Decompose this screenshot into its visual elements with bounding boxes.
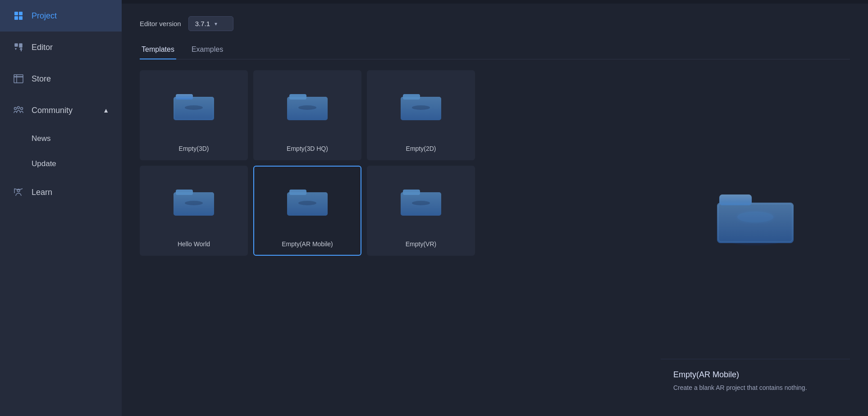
- folder-icon-emptyarmobile: [287, 167, 328, 233]
- template-card-helloworld[interactable]: Hello World: [140, 166, 248, 256]
- template-label-emptyarmobile: Empty(AR Mobile): [282, 240, 333, 248]
- svg-point-40: [298, 201, 316, 205]
- svg-marker-5: [15, 48, 17, 50]
- svg-rect-2: [14, 16, 18, 20]
- community-sub-menu: News Update: [0, 126, 122, 176]
- template-grid: Empty(3D): [140, 70, 661, 256]
- svg-point-20: [185, 105, 203, 110]
- project-icon: [13, 10, 24, 22]
- svg-rect-51: [719, 194, 752, 205]
- tab-templates[interactable]: Templates: [140, 42, 176, 59]
- sidebar-item-store-label: Store: [32, 74, 51, 84]
- svg-point-30: [412, 105, 430, 110]
- template-card-emptyvr[interactable]: Empty(VR): [367, 166, 475, 256]
- svg-rect-19: [176, 94, 193, 99]
- folder-icon-empty3d: [174, 71, 214, 138]
- template-layout: Empty(3D): [140, 70, 850, 403]
- template-label-emptyvr: Empty(VR): [406, 240, 436, 248]
- template-card-emptyarmobile[interactable]: Empty(AR Mobile): [253, 166, 361, 256]
- sidebar-item-news[interactable]: News: [0, 126, 122, 151]
- sidebar-item-community[interactable]: Community ▲: [0, 95, 122, 126]
- store-icon: [13, 73, 24, 85]
- svg-rect-0: [14, 12, 18, 15]
- template-label-empty3d: Empty(3D): [179, 145, 209, 152]
- sidebar-item-project-label: Project: [32, 11, 57, 21]
- learn-icon: [13, 186, 24, 198]
- sidebar-item-store[interactable]: Store: [0, 63, 122, 95]
- svg-rect-7: [14, 77, 23, 83]
- sidebar-item-editor[interactable]: Editor: [0, 32, 122, 63]
- tab-examples[interactable]: Examples: [190, 42, 225, 59]
- svg-rect-39: [289, 190, 306, 195]
- content-area: Editor version 3.7.1 ▾ Templates Example…: [122, 4, 868, 416]
- folder-icon-helloworld: [174, 167, 214, 233]
- top-bar: [122, 0, 868, 4]
- template-label-empty2d: Empty(2D): [406, 145, 436, 152]
- community-chevron-icon: ▲: [103, 107, 109, 114]
- svg-rect-34: [176, 190, 193, 195]
- svg-rect-48: [717, 203, 794, 243]
- template-label-helloworld: Hello World: [178, 240, 210, 248]
- svg-point-11: [18, 107, 20, 109]
- svg-point-45: [412, 201, 430, 205]
- template-card-empty2d[interactable]: Empty(2D): [367, 70, 475, 160]
- template-label-empty3dhq: Empty(3D HQ): [287, 145, 328, 152]
- editor-icon: [13, 41, 24, 53]
- svg-point-10: [14, 108, 17, 110]
- folder-icon-empty3dhq: [287, 71, 328, 138]
- folder-icon-empty2d: [401, 71, 441, 138]
- editor-version-select[interactable]: 3.7.1 ▾: [188, 16, 233, 31]
- community-icon: [13, 104, 24, 116]
- template-grid-area: Empty(3D): [140, 70, 661, 403]
- svg-rect-44: [403, 190, 420, 195]
- template-card-empty3d[interactable]: Empty(3D): [140, 70, 248, 160]
- sidebar-item-community-label: Community: [32, 106, 73, 115]
- svg-point-25: [298, 105, 316, 110]
- svg-point-35: [185, 201, 203, 205]
- preview-icon-area: [661, 70, 850, 359]
- preview-info: Empty(AR Mobile) Create a blank AR proje…: [661, 359, 850, 403]
- main-content: Editor version 3.7.1 ▾ Templates Example…: [122, 0, 868, 416]
- editor-version-value: 3.7.1: [195, 20, 210, 27]
- svg-rect-24: [289, 94, 306, 99]
- sidebar-item-learn[interactable]: Learn: [0, 176, 122, 208]
- svg-rect-3: [19, 16, 23, 20]
- sidebar-item-editor-label: Editor: [32, 43, 53, 52]
- template-card-empty3dhq[interactable]: Empty(3D HQ): [253, 70, 361, 160]
- sidebar-item-learn-label: Learn: [32, 188, 52, 197]
- svg-rect-29: [403, 94, 420, 99]
- version-dropdown-icon: ▾: [215, 21, 217, 27]
- sidebar: Project Editor Store: [0, 0, 122, 416]
- sidebar-item-update[interactable]: Update: [0, 151, 122, 176]
- svg-rect-1: [19, 12, 23, 15]
- preview-title: Empty(AR Mobile): [673, 370, 837, 380]
- preview-description: Create a blank AR project that contains …: [673, 383, 837, 393]
- folder-icon-emptyvr: [401, 167, 441, 233]
- svg-rect-8: [14, 75, 23, 77]
- editor-version-row: Editor version 3.7.1 ▾: [140, 16, 850, 31]
- sidebar-item-project[interactable]: Project: [0, 0, 122, 32]
- editor-version-label: Editor version: [140, 20, 181, 27]
- preview-panel: Empty(AR Mobile) Create a blank AR proje…: [661, 70, 850, 403]
- content-tabs: Templates Examples: [140, 42, 850, 59]
- svg-point-12: [21, 108, 23, 110]
- svg-point-52: [737, 212, 773, 222]
